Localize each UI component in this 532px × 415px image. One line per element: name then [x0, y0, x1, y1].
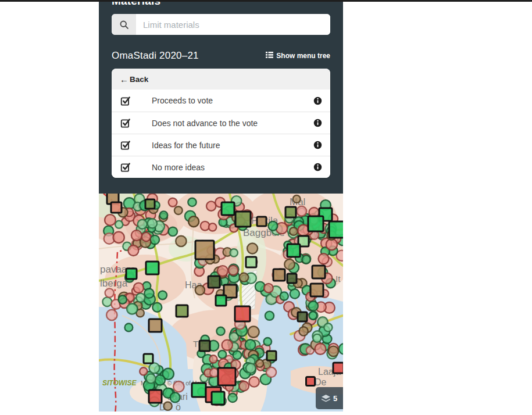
- map-marker-circle[interactable]: [125, 324, 133, 332]
- map-marker-circle[interactable]: [131, 230, 142, 241]
- map-marker-square[interactable]: [298, 312, 307, 321]
- map-marker-square[interactable]: [212, 392, 224, 405]
- map-marker-circle[interactable]: [329, 346, 339, 357]
- map-marker-circle[interactable]: [151, 235, 160, 245]
- map-marker-circle[interactable]: [293, 195, 301, 203]
- results-map[interactable]: Ka Mal Pakila Baggböle pavaara lberga Ha…: [99, 194, 343, 412]
- map-marker-circle[interactable]: [248, 327, 259, 338]
- map-marker-circle[interactable]: [228, 393, 237, 402]
- map-marker-square[interactable]: [246, 257, 256, 267]
- map-marker-circle[interactable]: [290, 227, 298, 235]
- map-marker-circle[interactable]: [240, 273, 248, 282]
- map-marker-circle[interactable]: [218, 350, 226, 359]
- map-marker-circle[interactable]: [302, 255, 310, 263]
- map-marker-circle[interactable]: [313, 334, 321, 342]
- map-marker-square[interactable]: [146, 262, 159, 274]
- map-marker-circle[interactable]: [245, 339, 256, 350]
- map-marker-square[interactable]: [126, 269, 137, 279]
- map-marker-square[interactable]: [257, 217, 266, 226]
- map-marker-square[interactable]: [149, 390, 162, 403]
- map-marker-circle[interactable]: [115, 221, 123, 228]
- map-marker-circle[interactable]: [149, 363, 160, 373]
- info-icon[interactable]: [313, 96, 322, 105]
- map-marker-square[interactable]: [111, 202, 122, 213]
- map-marker-circle[interactable]: [216, 327, 224, 335]
- map-marker-circle[interactable]: [255, 282, 265, 292]
- map-marker-circle[interactable]: [247, 244, 258, 254]
- map-marker-circle[interactable]: [195, 285, 205, 295]
- map-marker-circle[interactable]: [140, 367, 147, 375]
- map-marker-circle[interactable]: [113, 232, 124, 243]
- filter-row-no-more-ideas[interactable]: No more ideas: [112, 156, 330, 178]
- map-marker-circle[interactable]: [170, 392, 180, 402]
- map-marker-circle[interactable]: [158, 291, 167, 300]
- map-marker-circle[interactable]: [105, 214, 116, 226]
- map-marker-circle[interactable]: [256, 360, 263, 367]
- map-marker-circle[interactable]: [309, 312, 317, 320]
- map-marker-circle[interactable]: [264, 338, 272, 346]
- map-marker-circle[interactable]: [163, 402, 172, 410]
- map-marker-circle[interactable]: [128, 245, 138, 256]
- map-marker-circle[interactable]: [265, 312, 274, 320]
- map-marker-circle[interactable]: [169, 198, 177, 207]
- map-marker-circle[interactable]: [206, 201, 216, 210]
- map-marker-circle[interactable]: [119, 295, 127, 303]
- map-marker-square[interactable]: [222, 202, 234, 215]
- map-marker-square[interactable]: [195, 241, 214, 259]
- map-marker-square[interactable]: [235, 212, 251, 227]
- checked-checkbox-icon[interactable]: [120, 162, 131, 173]
- map-marker-square[interactable]: [208, 276, 220, 288]
- search-input[interactable]: [136, 14, 330, 35]
- map-marker-circle[interactable]: [160, 211, 168, 219]
- map-marker-circle[interactable]: [284, 259, 295, 270]
- map-marker-square[interactable]: [308, 216, 323, 231]
- map-marker-circle[interactable]: [233, 351, 242, 360]
- show-menu-tree-button[interactable]: Show menu tree: [266, 52, 330, 60]
- map-marker-circle[interactable]: [339, 344, 343, 355]
- map-marker-circle[interactable]: [324, 323, 332, 331]
- map-marker-circle[interactable]: [315, 344, 326, 355]
- map-marker-square[interactable]: [287, 274, 297, 283]
- info-icon[interactable]: [313, 163, 322, 171]
- map-canvas[interactable]: Ka Mal Pakila Baggböle pavaara lberga Ha…: [99, 194, 343, 412]
- map-marker-circle[interactable]: [209, 223, 216, 231]
- map-marker-square[interactable]: [312, 266, 325, 278]
- map-marker-circle[interactable]: [152, 303, 162, 312]
- map-marker-circle[interactable]: [138, 220, 147, 229]
- info-icon[interactable]: [313, 141, 322, 149]
- map-marker-circle[interactable]: [147, 374, 156, 383]
- map-marker-square[interactable]: [267, 351, 276, 360]
- map-marker-square[interactable]: [144, 354, 153, 363]
- map-marker-circle[interactable]: [144, 289, 153, 298]
- map-marker-circle[interactable]: [173, 381, 184, 392]
- map-marker-square[interactable]: [273, 269, 285, 281]
- map-marker-circle[interactable]: [188, 216, 199, 227]
- map-marker-circle[interactable]: [228, 266, 238, 275]
- checked-checkbox-icon[interactable]: [120, 95, 131, 106]
- map-marker-square[interactable]: [199, 341, 210, 351]
- info-icon[interactable]: [313, 119, 322, 127]
- map-marker-square[interactable]: [218, 368, 235, 385]
- filter-row-does-not-advance[interactable]: Does not advance to the vote: [112, 112, 330, 134]
- map-marker-circle[interactable]: [134, 283, 144, 293]
- map-marker-circle[interactable]: [174, 206, 183, 214]
- checked-checkbox-icon[interactable]: [120, 139, 131, 151]
- map-marker-circle[interactable]: [246, 363, 256, 373]
- map-marker-square[interactable]: [333, 363, 343, 373]
- map-marker-circle[interactable]: [268, 221, 277, 231]
- cluster-count-badge[interactable]: 5: [316, 387, 343, 409]
- map-marker-circle[interactable]: [169, 227, 177, 236]
- map-marker-circle[interactable]: [148, 219, 157, 228]
- map-marker-circle[interactable]: [297, 206, 306, 216]
- map-marker-square[interactable]: [285, 207, 296, 217]
- back-button[interactable]: ← Back: [112, 69, 330, 90]
- map-marker-circle[interactable]: [309, 301, 318, 310]
- map-marker-circle[interactable]: [299, 327, 308, 335]
- map-marker-circle[interactable]: [176, 236, 186, 246]
- map-marker-circle[interactable]: [319, 253, 329, 264]
- map-marker-circle[interactable]: [155, 375, 165, 385]
- filter-row-ideas-for-future[interactable]: Ideas for the future: [112, 134, 330, 156]
- map-marker-square[interactable]: [192, 383, 206, 397]
- map-marker-circle[interactable]: [230, 249, 238, 256]
- map-marker-circle[interactable]: [209, 355, 217, 363]
